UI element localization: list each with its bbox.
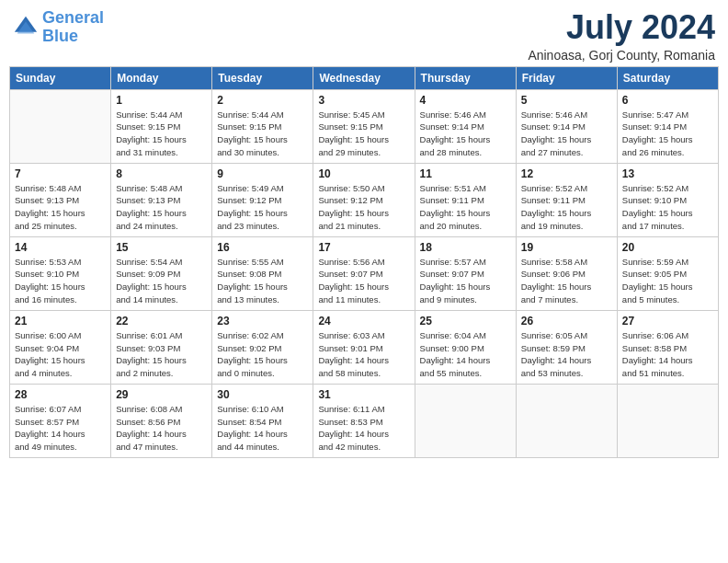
page-header: General Blue July 2024 Aninoasa, Gorj Co… [9,9,719,63]
calendar-cell: 20Sunrise: 5:59 AM Sunset: 9:05 PM Dayli… [617,236,718,310]
day-info: Sunrise: 6:04 AM Sunset: 9:00 PM Dayligh… [420,329,511,380]
day-info: Sunrise: 6:08 AM Sunset: 8:56 PM Dayligh… [116,403,207,454]
day-number: 12 [521,167,612,180]
calendar-cell [516,384,617,457]
day-number: 22 [116,315,207,327]
weekday-header-monday: Monday [111,66,212,89]
day-info: Sunrise: 5:55 AM Sunset: 9:08 PM Dayligh… [217,256,308,306]
weekday-header-saturday: Saturday [617,66,718,89]
calendar-cell: 22Sunrise: 6:01 AM Sunset: 9:03 PM Dayli… [111,310,212,384]
day-number: 16 [217,241,308,254]
logo: General Blue [13,9,104,46]
calendar-cell: 25Sunrise: 6:04 AM Sunset: 9:00 PM Dayli… [415,310,516,384]
calendar-cell: 19Sunrise: 5:58 AM Sunset: 9:06 PM Dayli… [516,236,617,310]
day-number: 13 [622,167,713,180]
day-number: 8 [116,167,207,180]
day-number: 9 [217,167,308,180]
day-number: 26 [521,315,612,327]
day-number: 5 [521,94,612,107]
calendar-cell: 15Sunrise: 5:54 AM Sunset: 9:09 PM Dayli… [111,236,212,310]
calendar-cell: 3Sunrise: 5:45 AM Sunset: 9:15 PM Daylig… [313,89,415,163]
calendar-cell: 8Sunrise: 5:48 AM Sunset: 9:13 PM Daylig… [111,163,212,236]
calendar-cell: 2Sunrise: 5:44 AM Sunset: 9:15 PM Daylig… [212,89,313,163]
day-number: 24 [318,315,409,327]
day-info: Sunrise: 5:54 AM Sunset: 9:09 PM Dayligh… [116,256,207,306]
calendar-cell: 13Sunrise: 5:52 AM Sunset: 9:10 PM Dayli… [617,163,718,236]
day-info: Sunrise: 6:05 AM Sunset: 8:59 PM Dayligh… [521,329,612,380]
weekday-header-thursday: Thursday [415,66,516,89]
day-number: 28 [15,388,106,401]
day-number: 31 [318,388,409,401]
day-info: Sunrise: 5:52 AM Sunset: 9:10 PM Dayligh… [622,182,713,233]
calendar-cell [617,384,718,457]
calendar-cell: 16Sunrise: 5:55 AM Sunset: 9:08 PM Dayli… [212,236,313,310]
calendar-week-5: 28Sunrise: 6:07 AM Sunset: 8:57 PM Dayli… [10,384,719,457]
day-info: Sunrise: 5:46 AM Sunset: 9:14 PM Dayligh… [420,109,511,159]
day-number: 21 [15,315,106,327]
calendar-cell: 12Sunrise: 5:52 AM Sunset: 9:11 PM Dayli… [516,163,617,236]
day-info: Sunrise: 5:51 AM Sunset: 9:11 PM Dayligh… [420,182,511,233]
calendar-cell: 31Sunrise: 6:11 AM Sunset: 8:53 PM Dayli… [313,384,415,457]
weekday-header-sunday: Sunday [10,66,111,89]
day-info: Sunrise: 6:10 AM Sunset: 8:54 PM Dayligh… [217,403,308,454]
calendar-cell: 4Sunrise: 5:46 AM Sunset: 9:14 PM Daylig… [415,89,516,163]
calendar-cell: 30Sunrise: 6:10 AM Sunset: 8:54 PM Dayli… [212,384,313,457]
calendar-cell: 21Sunrise: 6:00 AM Sunset: 9:04 PM Dayli… [10,310,111,384]
logo-text: General Blue [42,9,104,46]
day-number: 15 [116,241,207,254]
day-info: Sunrise: 6:07 AM Sunset: 8:57 PM Dayligh… [15,403,106,454]
day-info: Sunrise: 5:59 AM Sunset: 9:05 PM Dayligh… [622,256,713,306]
day-number: 17 [318,241,409,254]
calendar-table: SundayMondayTuesdayWednesdayThursdayFrid… [9,66,719,458]
calendar-cell: 24Sunrise: 6:03 AM Sunset: 9:01 PM Dayli… [313,310,415,384]
day-info: Sunrise: 5:56 AM Sunset: 9:07 PM Dayligh… [318,256,409,306]
day-number: 14 [15,241,106,254]
day-number: 18 [420,241,511,254]
day-number: 23 [217,315,308,327]
day-info: Sunrise: 5:52 AM Sunset: 9:11 PM Dayligh… [521,182,612,233]
day-info: Sunrise: 5:49 AM Sunset: 9:12 PM Dayligh… [217,182,308,233]
day-info: Sunrise: 5:48 AM Sunset: 9:13 PM Dayligh… [15,182,106,233]
calendar-cell: 6Sunrise: 5:47 AM Sunset: 9:14 PM Daylig… [617,89,718,163]
day-number: 19 [521,241,612,254]
calendar-cell: 1Sunrise: 5:44 AM Sunset: 9:15 PM Daylig… [111,89,212,163]
day-info: Sunrise: 5:44 AM Sunset: 9:15 PM Dayligh… [217,109,308,159]
calendar-cell: 10Sunrise: 5:50 AM Sunset: 9:12 PM Dayli… [313,163,415,236]
calendar-cell: 29Sunrise: 6:08 AM Sunset: 8:56 PM Dayli… [111,384,212,457]
calendar-cell: 28Sunrise: 6:07 AM Sunset: 8:57 PM Dayli… [10,384,111,457]
weekday-header-wednesday: Wednesday [313,66,415,89]
day-number: 3 [318,94,409,107]
title-block: July 2024 Aninoasa, Gorj County, Romania [528,9,715,63]
day-info: Sunrise: 6:11 AM Sunset: 8:53 PM Dayligh… [318,403,409,454]
day-info: Sunrise: 6:01 AM Sunset: 9:03 PM Dayligh… [116,329,207,380]
day-number: 6 [622,94,713,107]
calendar-cell: 17Sunrise: 5:56 AM Sunset: 9:07 PM Dayli… [313,236,415,310]
day-info: Sunrise: 5:53 AM Sunset: 9:10 PM Dayligh… [15,256,106,306]
calendar-cell: 27Sunrise: 6:06 AM Sunset: 8:58 PM Dayli… [617,310,718,384]
day-info: Sunrise: 5:46 AM Sunset: 9:14 PM Dayligh… [521,109,612,159]
day-number: 25 [420,315,511,327]
calendar-header-row: SundayMondayTuesdayWednesdayThursdayFrid… [10,66,719,89]
day-number: 10 [318,167,409,180]
calendar-cell: 5Sunrise: 5:46 AM Sunset: 9:14 PM Daylig… [516,89,617,163]
calendar-cell: 23Sunrise: 6:02 AM Sunset: 9:02 PM Dayli… [212,310,313,384]
day-number: 30 [217,388,308,401]
day-info: Sunrise: 6:00 AM Sunset: 9:04 PM Dayligh… [15,329,106,380]
day-info: Sunrise: 5:44 AM Sunset: 9:15 PM Dayligh… [116,109,207,159]
weekday-header-friday: Friday [516,66,617,89]
day-info: Sunrise: 5:50 AM Sunset: 9:12 PM Dayligh… [318,182,409,233]
day-info: Sunrise: 5:57 AM Sunset: 9:07 PM Dayligh… [420,256,511,306]
logo-icon [13,15,39,40]
calendar-cell: 18Sunrise: 5:57 AM Sunset: 9:07 PM Dayli… [415,236,516,310]
day-info: Sunrise: 6:03 AM Sunset: 9:01 PM Dayligh… [318,329,409,380]
calendar-cell [10,89,111,163]
day-number: 7 [15,167,106,180]
day-number: 27 [622,315,713,327]
calendar-week-3: 14Sunrise: 5:53 AM Sunset: 9:10 PM Dayli… [10,236,719,310]
day-info: Sunrise: 5:47 AM Sunset: 9:14 PM Dayligh… [622,109,713,159]
calendar-week-1: 1Sunrise: 5:44 AM Sunset: 9:15 PM Daylig… [10,89,719,163]
weekday-header-tuesday: Tuesday [212,66,313,89]
calendar-cell: 7Sunrise: 5:48 AM Sunset: 9:13 PM Daylig… [10,163,111,236]
day-number: 1 [116,94,207,107]
day-number: 2 [217,94,308,107]
